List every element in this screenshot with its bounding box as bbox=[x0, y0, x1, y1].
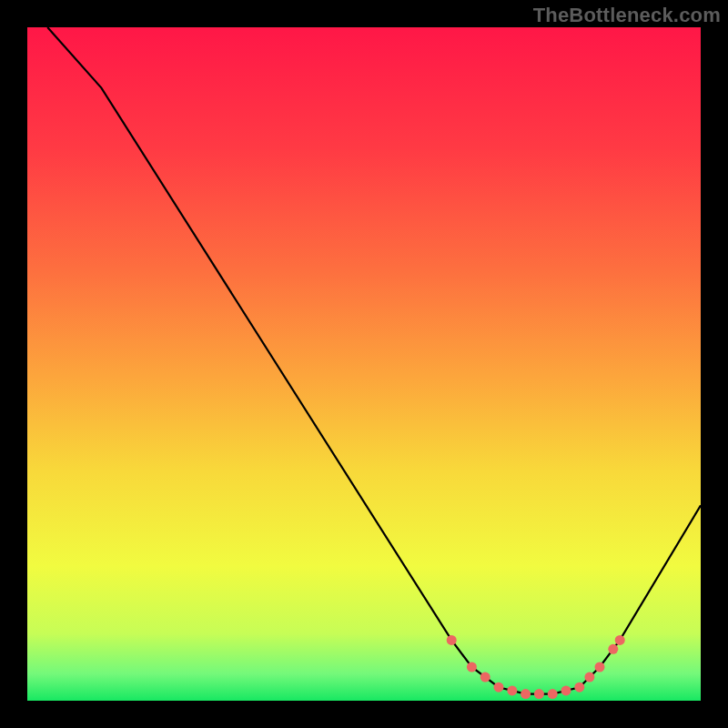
plateau-marker bbox=[574, 682, 584, 693]
plateau-marker bbox=[534, 689, 544, 699]
plateau-marker bbox=[467, 662, 477, 672]
plateau-marker bbox=[584, 672, 594, 682]
plateau-marker bbox=[447, 635, 457, 645]
plateau-marker bbox=[548, 689, 558, 699]
attribution-text: TheBottleneck.com bbox=[533, 4, 721, 27]
plateau-marker bbox=[480, 672, 490, 682]
chart-frame: { "attribution": "TheBottleneck.com", "c… bbox=[0, 0, 728, 728]
plateau-marker bbox=[608, 644, 618, 654]
plateau-marker bbox=[595, 662, 605, 672]
plateau-marker bbox=[507, 685, 517, 695]
plateau-marker bbox=[561, 685, 571, 695]
plateau-marker bbox=[494, 682, 504, 693]
gradient-line-chart bbox=[0, 0, 728, 728]
plateau-marker bbox=[521, 689, 531, 699]
plot-background bbox=[27, 27, 701, 701]
plateau-marker bbox=[615, 635, 625, 645]
